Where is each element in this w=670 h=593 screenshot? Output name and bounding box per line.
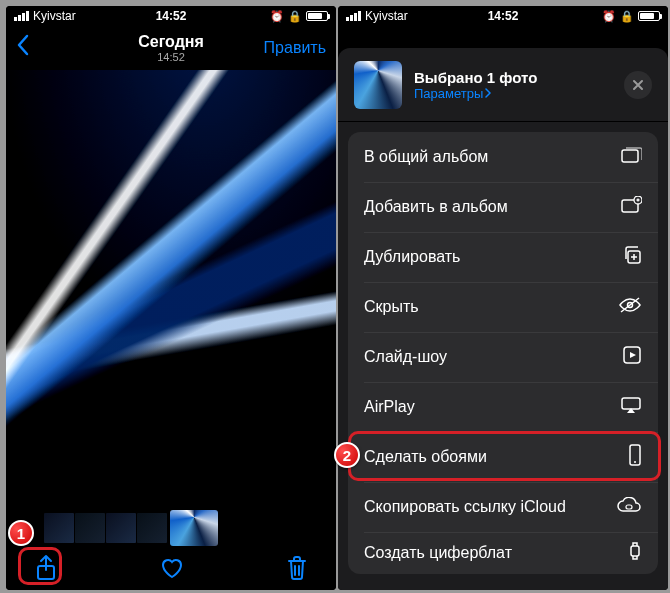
status-bar: Kyivstar 14:52 ⏰ 🔒 <box>338 6 668 26</box>
nav-bar: Сегодня 14:52 Править <box>6 26 336 70</box>
watch-icon <box>628 541 642 565</box>
thumbnail[interactable] <box>44 513 74 543</box>
phone-photos-app: Kyivstar 14:52 ⏰ 🔒 Сегодня 14:52 Править <box>6 6 336 590</box>
trash-button[interactable] <box>286 555 308 581</box>
battery-icon <box>638 11 660 21</box>
status-time: 14:52 <box>6 9 336 23</box>
thumbnail-strip[interactable] <box>6 510 336 546</box>
row-slideshow[interactable]: Слайд-шоу <box>348 332 658 382</box>
hide-icon <box>618 297 642 317</box>
share-button[interactable] <box>34 554 58 582</box>
svg-point-9 <box>634 461 636 463</box>
nav-subtitle: 14:52 <box>6 51 336 63</box>
row-shared-album[interactable]: В общий альбом <box>348 132 658 182</box>
svg-rect-7 <box>622 398 640 409</box>
share-sheet: Выбрано 1 фото Параметры В общий альбом <box>338 48 668 590</box>
duplicate-icon <box>622 245 642 269</box>
callout-badge-1: 1 <box>8 520 34 546</box>
action-list: В общий альбом Добавить в альбом Дублиро… <box>348 132 658 574</box>
add-album-icon <box>620 196 642 218</box>
row-create-watchface[interactable]: Создать циферблат <box>348 532 658 574</box>
svg-rect-10 <box>631 546 639 556</box>
bottom-toolbar <box>6 546 336 590</box>
sheet-header: Выбрано 1 фото Параметры <box>338 48 668 122</box>
play-icon <box>622 345 642 369</box>
thumbnail[interactable] <box>106 513 136 543</box>
row-airplay[interactable]: AirPlay <box>348 382 658 432</box>
shared-album-icon <box>620 146 642 168</box>
row-set-wallpaper[interactable]: Сделать обоями <box>348 432 658 482</box>
status-time: 14:52 <box>338 9 668 23</box>
status-bar: Kyivstar 14:52 ⏰ 🔒 <box>6 6 336 26</box>
phone-share-sheet: Kyivstar 14:52 ⏰ 🔒 Выбрано 1 фото Параме… <box>338 6 668 590</box>
row-hide[interactable]: Скрыть <box>348 282 658 332</box>
close-button[interactable] <box>624 71 652 99</box>
callout-badge-2: 2 <box>334 442 360 468</box>
nav-title: Сегодня <box>6 33 336 51</box>
link-cloud-icon <box>616 497 642 517</box>
battery-icon <box>306 11 328 21</box>
row-duplicate[interactable]: Дублировать <box>348 232 658 282</box>
thumbnail[interactable] <box>137 513 167 543</box>
sheet-title: Выбрано 1 фото <box>414 69 612 86</box>
phone-icon <box>628 444 642 470</box>
svg-rect-1 <box>622 150 638 162</box>
sheet-thumbnail <box>354 61 402 109</box>
sheet-params-link[interactable]: Параметры <box>414 86 612 101</box>
thumbnail-selected[interactable] <box>170 510 218 546</box>
photo-preview[interactable] <box>6 70 336 510</box>
favorite-button[interactable] <box>159 556 185 580</box>
thumbnail[interactable] <box>75 513 105 543</box>
row-copy-icloud-link[interactable]: Скопировать ссылку iCloud <box>348 482 658 532</box>
row-add-to-album[interactable]: Добавить в альбом <box>348 182 658 232</box>
airplay-icon <box>620 396 642 418</box>
